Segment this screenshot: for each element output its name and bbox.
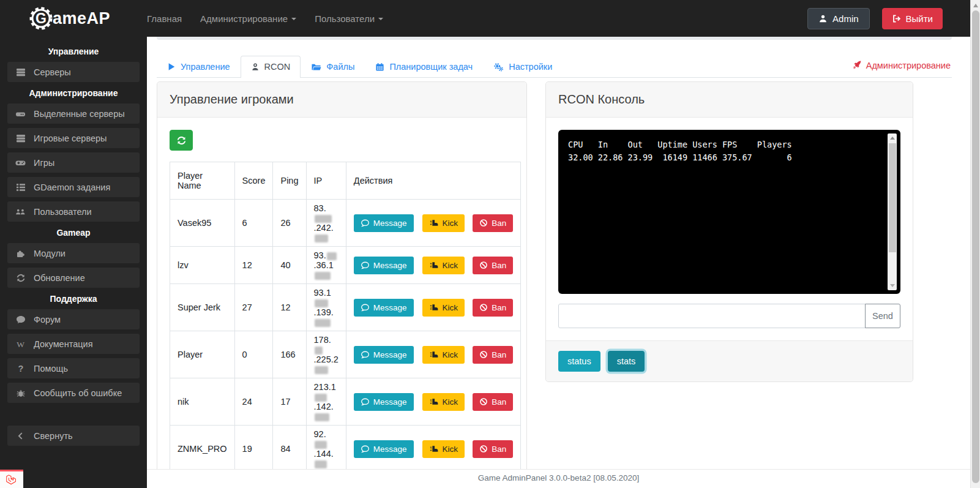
kick-button[interactable]: Kick <box>422 257 465 274</box>
admin-button-label: Admin <box>832 13 859 24</box>
player-score-cell: 0 <box>234 331 273 378</box>
tab-управление[interactable]: Управление <box>157 56 241 78</box>
sidebar-item[interactable]: Игры <box>7 152 140 173</box>
scroll-up-arrow-icon[interactable] <box>890 137 895 140</box>
tab-label: RCON <box>264 62 291 72</box>
gameap-logo[interactable]: G ameAP <box>0 4 147 32</box>
rocket-icon <box>853 60 862 71</box>
player-score-cell: 27 <box>234 284 273 331</box>
ban-button-label: Ban <box>492 397 506 407</box>
kick-button[interactable]: Kick <box>422 214 465 232</box>
sidebar-section-title: Поддержка <box>0 294 147 304</box>
boot-icon <box>429 350 439 359</box>
folder-icon <box>311 62 321 72</box>
tab-настройки[interactable]: Настройки <box>483 56 563 78</box>
quick-command-stats-button[interactable]: stats <box>608 351 645 372</box>
ban-button[interactable]: Ban <box>473 299 513 317</box>
rcon-command-input[interactable] <box>558 304 866 328</box>
navbar-item-label: Администрирование <box>200 13 288 24</box>
kick-button[interactable]: Kick <box>422 393 465 411</box>
message-button[interactable]: Message <box>354 214 414 232</box>
ban-button[interactable]: Ban <box>473 257 513 274</box>
redacted-ip-segment <box>315 319 331 327</box>
sidebar-item[interactable]: Игровые серверы <box>7 128 140 148</box>
send-button[interactable]: Send <box>865 304 900 328</box>
sidebar-item[interactable]: Сообщить об ошибке <box>7 383 140 403</box>
sidebar-section-title: Администрирование <box>0 88 147 98</box>
refresh-players-button[interactable] <box>170 130 193 151</box>
ban-icon <box>479 261 488 269</box>
ban-button[interactable]: Ban <box>473 393 513 411</box>
scrollbar-up-arrow-icon[interactable] <box>973 4 978 7</box>
navbar-item[interactable]: Администрирование <box>200 13 296 24</box>
comment-icon <box>15 315 26 325</box>
server-tabs: УправлениеRCONФайлыПланировщик задачНаст… <box>157 54 952 78</box>
sidebar-item[interactable]: Серверы <box>7 62 140 82</box>
svg-text:G: G <box>36 10 47 26</box>
sidebar-item[interactable]: GDaemon задания <box>7 177 140 197</box>
kick-button[interactable]: Kick <box>422 299 465 317</box>
sidebar-item[interactable]: Обновление <box>7 268 140 288</box>
user-icon <box>818 14 828 23</box>
admin-section-link[interactable]: Администрирование <box>851 54 952 77</box>
message-button-label: Message <box>373 303 407 312</box>
kick-button[interactable]: Kick <box>422 346 465 364</box>
player-score-cell: 6 <box>234 200 273 247</box>
sidebar-item[interactable]: Пользователи <box>7 201 140 222</box>
message-button[interactable]: Message <box>354 393 414 411</box>
ban-button[interactable]: Ban <box>473 346 513 364</box>
server-icon <box>15 67 26 77</box>
console-text: CPU In Out Uptime Users FPS Players 32.0… <box>568 138 882 164</box>
message-button-label: Message <box>373 397 407 407</box>
player-actions-cell: MessageKickBan <box>346 284 520 331</box>
page-scrollbar-thumb[interactable] <box>972 10 979 483</box>
player-ip-cell: 92..144. <box>306 426 346 473</box>
navbar-item-label: Пользователи <box>315 13 375 24</box>
message-button[interactable]: Message <box>354 440 414 458</box>
ban-button-label: Ban <box>492 219 506 228</box>
sidebar-item[interactable]: ?Помощь <box>7 358 140 378</box>
quick-command-status-button[interactable]: status <box>558 351 600 372</box>
kick-button-label: Kick <box>443 350 458 359</box>
ban-button[interactable]: Ban <box>473 440 513 458</box>
player-name-cell: Vasek95 <box>170 200 235 247</box>
player-score-cell: 19 <box>234 426 273 473</box>
sidebar-item[interactable]: Форум <box>7 309 140 329</box>
gears-icon <box>493 62 504 72</box>
message-button[interactable]: Message <box>354 299 414 317</box>
ban-button[interactable]: Ban <box>473 214 513 232</box>
tab-планировщик-задач[interactable]: Планировщик задач <box>365 56 483 78</box>
page-footer: Game AdminPanel 3.0.0-beta2 [08.05.2020] <box>147 469 970 488</box>
tab-rcon[interactable]: RCON <box>241 56 301 78</box>
player-ping-cell: 84 <box>273 426 306 473</box>
kick-button[interactable]: Kick <box>422 440 465 458</box>
console-scrollbar-thumb[interactable] <box>889 143 896 252</box>
navbar-item[interactable]: Главная <box>147 13 182 24</box>
ban-button-label: Ban <box>492 445 506 454</box>
laravel-icon <box>5 473 18 487</box>
player-name-cell: Player <box>170 331 235 378</box>
laravel-debugbar-toggle[interactable] <box>0 470 23 488</box>
console-scrollbar[interactable] <box>888 133 897 290</box>
page-scrollbar[interactable] <box>970 0 980 488</box>
players-table: Player Name Score Ping IP Действия Vasek… <box>170 162 521 473</box>
question-icon: ? <box>15 364 26 374</box>
rcon-console-output[interactable]: CPU In Out Uptime Users FPS Players 32.0… <box>558 130 900 294</box>
message-button[interactable]: Message <box>354 257 414 274</box>
tab-файлы[interactable]: Файлы <box>301 56 365 78</box>
tab-label: Настройки <box>509 62 552 72</box>
sidebar-item[interactable]: WДокументация <box>7 334 140 354</box>
admin-user-button[interactable]: Admin <box>807 8 870 29</box>
admin-section-label: Администрирование <box>866 61 951 70</box>
logout-button[interactable]: Выйти <box>882 8 943 29</box>
sidebar-item[interactable]: Выделенные серверы <box>7 103 140 124</box>
comment-outline-icon <box>361 261 370 270</box>
sidebar-item[interactable]: Модули <box>7 243 140 263</box>
sidebar-collapse-button[interactable]: Свернуть <box>7 426 140 446</box>
message-button[interactable]: Message <box>354 346 414 364</box>
player-name-cell: Super Jerk <box>170 284 235 331</box>
navbar-item[interactable]: Пользователи <box>315 13 383 24</box>
navbar-item-label: Главная <box>147 13 182 24</box>
scroll-down-arrow-icon[interactable] <box>890 284 895 287</box>
ban-icon <box>479 303 488 312</box>
